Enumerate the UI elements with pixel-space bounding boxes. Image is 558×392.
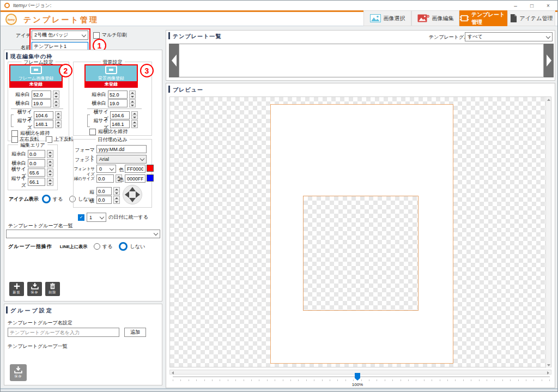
unify-date-checkbox[interactable]: ✓	[78, 214, 84, 221]
chevron-down-icon	[140, 156, 144, 161]
scroll-up-icon[interactable]	[547, 99, 550, 101]
spinner[interactable]	[129, 99, 136, 107]
edit-height-input[interactable]	[28, 178, 45, 186]
spinner[interactable]	[47, 178, 53, 186]
position-arrow-pad[interactable]	[123, 185, 142, 204]
add-group-button[interactable]: 追加	[124, 328, 146, 337]
preview-canvas[interactable]	[169, 97, 551, 367]
frame-v-margin-row: 縦余白	[11, 91, 59, 99]
edit-v-margin-row: 縦余白	[10, 150, 53, 158]
h-offset-input[interactable]	[96, 196, 112, 204]
preview-item-rect	[303, 196, 418, 311]
preview-vertical-scrollbar[interactable]	[545, 97, 551, 368]
flip-vertical-option[interactable]: 上下反転	[46, 136, 74, 143]
frame-image-register-button[interactable]: フレーム画像登録 未登録	[9, 64, 63, 88]
template-group-select[interactable]: すべて	[465, 32, 553, 41]
edit-v-margin-input[interactable]	[28, 150, 45, 158]
v-offset-input[interactable]	[96, 187, 112, 195]
spinner[interactable]	[55, 120, 62, 128]
edge-color-input[interactable]	[125, 174, 145, 183]
bg-v-margin-input[interactable]	[108, 91, 128, 99]
spinner[interactable]	[53, 91, 59, 99]
line-display-no-option[interactable]: しない	[119, 242, 145, 251]
arrow-down-icon[interactable]	[129, 198, 136, 202]
background-image-register-button[interactable]: 背景画像登録 未登録	[84, 64, 138, 88]
arrow-left-icon[interactable]	[125, 191, 129, 198]
frame-width-input[interactable]	[34, 111, 53, 119]
frame-h-margin-input[interactable]	[32, 99, 51, 107]
font-color-swatch[interactable]	[147, 165, 154, 172]
new-button[interactable]: 新規	[9, 282, 24, 296]
zoom-slider-track[interactable]	[173, 376, 550, 377]
group-name-list-select[interactable]	[6, 230, 160, 238]
font-size-select[interactable]: 0	[96, 165, 116, 173]
edge-color-swatch[interactable]	[147, 174, 154, 182]
carousel-left-button[interactable]	[169, 44, 179, 77]
tab-item-manage[interactable]: アイテム管理	[507, 10, 555, 26]
multi-print-option[interactable]: マルチ印刷	[93, 32, 127, 39]
edge-color-label: 色	[119, 176, 124, 183]
radio-no[interactable]	[119, 242, 128, 251]
spinner[interactable]	[131, 120, 138, 128]
scroll-down-icon[interactable]	[547, 364, 550, 366]
preview-horizontal-scrollbar[interactable]	[169, 370, 551, 375]
date-format-input[interactable]	[96, 145, 147, 153]
group-save-label: 保存	[15, 374, 22, 379]
spinner[interactable]	[53, 99, 59, 107]
bg-height-input[interactable]	[110, 120, 130, 128]
flip-horizontal-checkbox[interactable]	[11, 136, 18, 143]
multi-print-checkbox[interactable]	[93, 32, 100, 39]
template-carousel-strip[interactable]	[179, 44, 544, 77]
group-name-input[interactable]	[8, 328, 119, 337]
frame-height-row: 縦サイズ	[14, 120, 62, 128]
frame-v-margin-input[interactable]	[32, 91, 51, 99]
bg-width-input[interactable]	[110, 111, 130, 119]
arrow-right-icon[interactable]	[136, 191, 140, 198]
minimize-button[interactable]: –	[507, 1, 524, 10]
spinner[interactable]	[113, 196, 120, 204]
maximize-button[interactable]: □	[524, 1, 540, 10]
tab-template-manage[interactable]: テンプレート管理	[459, 10, 507, 26]
keep-ratio-checkbox[interactable]	[89, 129, 96, 135]
spinner[interactable]	[131, 111, 138, 119]
scroll-right-icon[interactable]	[547, 371, 549, 375]
spinner[interactable]	[47, 159, 53, 167]
spinner[interactable]	[47, 168, 53, 177]
spinner[interactable]	[129, 91, 136, 99]
keep-ratio-label: 縦横比を維持	[98, 128, 128, 135]
edit-width-input[interactable]	[28, 168, 45, 177]
unify-number-select[interactable]: 1	[87, 213, 106, 222]
font-color-input[interactable]	[125, 165, 145, 173]
scroll-left-icon[interactable]	[172, 371, 174, 375]
chevron-down-icon	[154, 231, 158, 236]
group-save-button[interactable]: 保存	[10, 364, 27, 381]
bg-keep-ratio-option[interactable]: 縦横比を維持	[89, 128, 128, 135]
spinner[interactable]	[47, 150, 53, 158]
carousel-right-button[interactable]	[544, 44, 554, 77]
font-select[interactable]: Arial	[96, 155, 147, 164]
radio-yes[interactable]	[42, 195, 51, 203]
frame-height-input[interactable]	[34, 120, 53, 128]
app-window: Itemyバージョン: – □ × Itemy テンプレート管理 画像選択 画像…	[0, 0, 558, 392]
bg-h-margin-input[interactable]	[108, 99, 128, 107]
close-button[interactable]: ×	[540, 1, 556, 10]
spinner[interactable]	[113, 187, 120, 195]
delete-button[interactable]: 削除	[45, 282, 60, 296]
edit-h-margin-input[interactable]	[28, 159, 45, 167]
background-register-face: 背景画像登録	[86, 65, 137, 81]
edge-size-input[interactable]	[96, 174, 114, 183]
item-display-yes-option[interactable]: する	[42, 195, 63, 203]
line-display-yes-option[interactable]: する	[94, 243, 112, 250]
tab-image-select[interactable]: 画像選択	[363, 10, 411, 26]
save-button[interactable]: 保存	[27, 282, 42, 296]
template-list-title: テンプレート一覧	[173, 33, 221, 40]
chevron-down-icon	[82, 32, 86, 37]
item-select[interactable]: 2号機 缶バッジ	[32, 31, 88, 40]
radio-yes[interactable]	[94, 243, 100, 250]
spinner[interactable]	[55, 111, 62, 119]
main-tabs: 画像選択 画像編集 テンプレート管理 アイテム管理	[363, 10, 555, 26]
arrow-up-icon[interactable]	[129, 187, 136, 191]
tab-image-edit[interactable]: 画像編集	[411, 10, 459, 26]
font-size-value: 0	[99, 166, 102, 172]
edge-size-row	[96, 174, 122, 183]
